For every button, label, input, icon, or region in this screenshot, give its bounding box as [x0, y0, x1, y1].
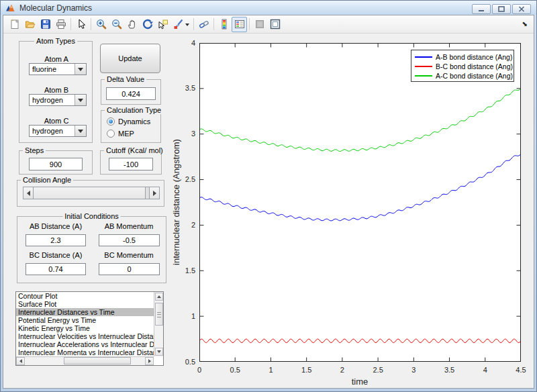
toolbar-separator	[91, 18, 91, 30]
minimize-icon	[478, 6, 485, 12]
legend-entry: A-B bond distance (Ang)	[411, 52, 514, 62]
save-figure-button[interactable]	[38, 17, 53, 32]
zoom-out-icon	[111, 19, 122, 30]
data-cursor-icon	[158, 19, 168, 30]
insert-colorbar-button[interactable]	[216, 17, 232, 32]
plot-canvas[interactable]	[199, 43, 521, 362]
x-tick-label: 1.5	[301, 366, 311, 374]
y-tick-label: 1.5	[164, 266, 195, 275]
legend-label: A-C bond distance (Ang)	[436, 72, 513, 80]
legend-icon	[234, 19, 245, 30]
legend-line-sample	[415, 75, 432, 77]
print-figure-button[interactable]	[53, 17, 68, 32]
insert-legend-button[interactable]	[232, 17, 247, 32]
x-axis-label: time	[352, 377, 369, 387]
pointer-arrow-icon	[76, 19, 87, 30]
legend-label: B-C bond distance (Ang)	[436, 62, 513, 70]
plot-region: 00.511.522.533.544.50.511.522.533.54 tim…	[3, 34, 534, 388]
brush-icon	[173, 19, 184, 30]
x-tick-label: 4	[483, 366, 487, 374]
legend-label: A-B bond distance (Ang)	[436, 53, 512, 61]
brush-dropdown-caret[interactable]	[185, 23, 189, 28]
figure-toolbar: ⬊	[3, 15, 534, 34]
maximize-button[interactable]	[492, 4, 511, 14]
hand-icon	[127, 19, 138, 30]
y-tick-label: 0.5	[164, 358, 195, 366]
x-tick-label: 2.5	[373, 366, 383, 374]
pan-button[interactable]	[124, 17, 140, 32]
x-tick-label: 2	[340, 366, 344, 374]
y-tick-label: 4	[164, 39, 195, 47]
x-tick-label: 1	[268, 366, 273, 374]
x-tick-label: 0.5	[230, 366, 240, 374]
window-title: Molecular Dynamics	[19, 3, 92, 13]
maximize-icon	[498, 6, 505, 12]
x-tick-label: 3.5	[444, 366, 454, 374]
open-file-button[interactable]	[22, 17, 38, 32]
new-figure-icon	[9, 19, 20, 30]
new-figure-button[interactable]	[7, 17, 22, 32]
close-icon	[518, 6, 525, 12]
open-folder-icon	[25, 19, 36, 30]
toolbar-separator	[249, 18, 250, 30]
x-tick-label: 0	[197, 366, 201, 374]
zoom-in-button[interactable]	[93, 17, 109, 32]
y-axis-label: internuclear distance (Angstrom)	[171, 139, 181, 265]
save-floppy-icon	[40, 19, 51, 30]
dock-figure-icon	[270, 19, 281, 30]
show-plot-tools-dock-button[interactable]	[267, 17, 283, 32]
app-window: Molecular Dynamics	[0, 0, 537, 392]
toolbar-separator	[213, 18, 214, 30]
data-cursor-button[interactable]	[155, 17, 170, 32]
hide-plot-tools-button[interactable]	[252, 17, 267, 32]
rotate-3d-button[interactable]	[140, 17, 155, 32]
printer-icon	[56, 19, 66, 30]
zoom-in-icon	[96, 19, 107, 30]
legend-line-sample	[415, 56, 432, 58]
y-tick-label: 1	[164, 312, 195, 320]
minimize-button[interactable]	[472, 4, 491, 14]
legend-entry: B-C bond distance (Ang)	[411, 62, 514, 71]
legend-entry: A-C bond distance (Ang)	[411, 71, 514, 81]
colorbar-icon	[219, 19, 230, 30]
legend-line-sample	[415, 66, 432, 67]
title-bar[interactable]: Molecular Dynamics	[1, 1, 536, 15]
brush-data-button[interactable]	[170, 17, 191, 32]
x-tick-label: 3	[411, 366, 416, 374]
y-tick-label: 3.5	[164, 84, 195, 92]
toolbar-overflow-arrow[interactable]: ⬊	[522, 21, 528, 28]
toolbar-separator	[70, 18, 71, 30]
link-chain-icon	[199, 19, 209, 30]
edit-plot-button[interactable]	[73, 17, 89, 32]
app-icon	[5, 3, 15, 13]
close-button[interactable]	[512, 4, 531, 14]
toolbar-separator	[193, 18, 194, 30]
y-tick-label: 3	[164, 130, 195, 138]
link-plot-button[interactable]	[196, 17, 211, 32]
plot-legend[interactable]: A-B bond distance (Ang)B-C bond distance…	[411, 50, 514, 82]
x-tick-label: 4.5	[516, 366, 526, 374]
zoom-out-button[interactable]	[109, 17, 124, 32]
rotate-3d-icon	[142, 19, 153, 30]
hide-plot-tools-icon	[254, 19, 265, 30]
